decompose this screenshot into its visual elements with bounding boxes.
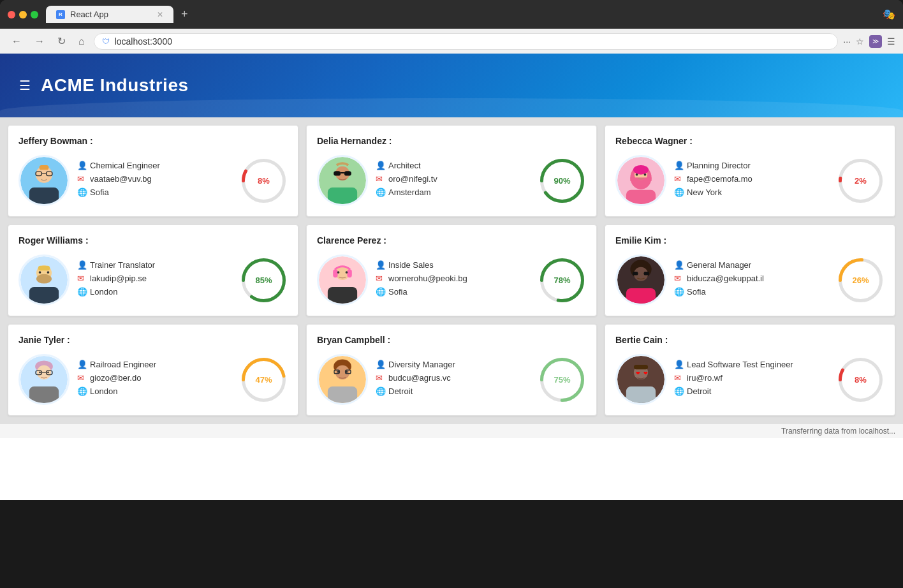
svg-point-21 [633,165,649,175]
address-bar[interactable]: 🛡 localhost:3000 [94,33,839,50]
city-text-delia-hernandez: Amsterdam [388,187,430,197]
tab-close-button[interactable]: ✕ [157,10,163,19]
email-icon: ✉ [77,274,86,283]
progress-label: 2% [855,176,867,186]
card-body-janie-tyler: 👤 Railroad Engineer ✉ giozo@ber.do 🌐 Lon… [18,354,288,405]
window-controls: 🎭 [883,8,895,20]
svg-point-31 [36,274,52,284]
app-header: ☰ ACME Industries [0,54,903,117]
city-row-rebecca-wagner: 🌐 New York [674,187,829,197]
email-text-bertie-cain: iru@ro.wf [687,373,723,383]
role-row-roger-williams: 👤 Trainer Translator [77,260,232,270]
extension-button[interactable]: ≫ [869,35,882,48]
svg-point-64 [47,372,49,374]
globe-icon: 🌐 [376,187,385,196]
email-text-janie-tyler: giozo@ber.do [90,373,141,383]
card-name-clarence-perez: Clarence Perez : [317,235,586,246]
globe-icon: 🌐 [674,287,683,296]
email-icon: ✉ [674,373,683,382]
person-icon: 👤 [376,161,385,170]
city-text-rebecca-wagner: New York [687,187,722,197]
city-text-janie-tyler: London [90,386,117,396]
hamburger-menu-icon[interactable]: ☰ [19,78,31,93]
avatar-bryan-campbell [317,354,368,405]
city-text-jeffery-bowman: Sofia [90,187,109,197]
progress-ring: 47% [240,356,288,404]
role-row-bertie-cain: 👤 Lead Software Test Engineer [674,360,829,369]
svg-rect-59 [29,386,59,403]
role-text-rebecca-wagner: Planning Director [687,161,751,170]
maximize-button[interactable] [31,11,38,18]
svg-rect-30 [29,287,59,304]
city-text-roger-williams: London [90,287,117,297]
forward-button[interactable]: → [31,33,48,50]
back-button[interactable]: ← [8,33,26,50]
card-body-roger-williams: 👤 Trainer Translator ✉ lakudip@pip.se 🌐 … [18,254,288,305]
extension-icon: 🎭 [883,8,895,20]
email-icon: ✉ [77,373,86,382]
card-janie-tyler: Janie Tyler : 👤 Railroad Engineer [8,324,298,416]
browser-toolbar: ← → ↻ ⌂ 🛡 localhost:3000 ··· ☆ ≫ ☰ [0,29,903,54]
role-row-janie-tyler: 👤 Railroad Engineer [77,360,232,369]
home-button[interactable]: ⌂ [75,33,89,50]
email-row-bertie-cain: ✉ iru@ro.wf [674,373,829,383]
svg-rect-23 [626,190,656,204]
city-row-clarence-perez: 🌐 Sofia [376,287,531,297]
tab-favicon: R [56,10,65,19]
minimize-button[interactable] [19,11,27,18]
person-icon: 👤 [376,360,385,369]
card-info-janie-tyler: 👤 Railroad Engineer ✉ giozo@ber.do 🌐 Lon… [77,360,232,400]
role-text-clarence-perez: Inside Sales [388,260,434,270]
more-options-icon[interactable]: ··· [843,36,851,47]
close-button[interactable] [8,11,15,18]
card-name-bertie-cain: Bertie Cain : [615,335,885,345]
progress-ring: 26% [837,256,885,304]
email-text-bryan-campbell: budcu@agrus.vc [388,373,451,383]
new-tab-button[interactable]: + [176,5,193,24]
card-bryan-campbell: Bryan Campbell : 👤 Diversity Manager ✉ [306,324,597,416]
svg-point-25 [644,173,647,176]
svg-rect-34 [38,266,50,270]
active-tab[interactable]: R React App ✕ [46,6,173,23]
globe-icon: 🌐 [376,386,385,395]
svg-point-43 [346,271,348,274]
role-row-emilie-kim: 👤 General Manager [674,260,829,270]
email-row-roger-williams: ✉ lakudip@pip.se [77,274,232,283]
card-info-rebecca-wagner: 👤 Planning Director ✉ fape@cemofa.mo 🌐 N… [674,161,829,201]
avatar-clarence-perez [317,254,368,305]
menu-icon[interactable]: ☰ [887,36,895,47]
avatar-jeffery-bowman [18,155,70,206]
city-row-jeffery-bowman: 🌐 Sofia [77,187,232,197]
card-name-roger-williams: Roger Williams : [18,235,288,246]
email-row-delia-hernandez: ✉ oro@nifegi.tv [376,174,531,184]
email-row-emilie-kim: ✉ biducza@gekuppat.il [674,274,829,283]
bookmark-icon[interactable]: ☆ [856,36,864,47]
card-info-bryan-campbell: 👤 Diversity Manager ✉ budcu@agrus.vc 🌐 D… [376,360,531,400]
avatar-bertie-cain: ❤ ❤ [615,354,666,405]
app-title: ACME Industries [41,75,189,96]
role-row-rebecca-wagner: 👤 Planning Director [674,161,829,170]
card-info-delia-hernandez: 👤 Architect ✉ oro@nifegi.tv 🌐 Amsterdam [376,161,531,201]
city-row-roger-williams: 🌐 London [77,287,232,297]
globe-icon: 🌐 [674,187,683,196]
progress-ring: 8% [240,157,288,205]
email-row-jeffery-bowman: ✉ vaataeb@vuv.bg [77,174,232,184]
svg-rect-7 [40,165,49,170]
role-row-delia-hernandez: 👤 Architect [376,161,531,170]
security-icon: 🛡 [102,37,110,46]
card-delia-hernandez: Delia Hernandez : 👤 Architect ✉ oro@ [306,125,597,217]
svg-rect-12 [328,187,357,204]
avatar-rebecca-wagner [615,155,666,206]
progress-label: 26% [852,276,869,285]
card-name-emilie-kim: Emilie Kim : [615,235,885,246]
city-row-janie-tyler: 🌐 London [77,386,232,396]
progress-ring: 85% [240,256,288,304]
email-text-roger-williams: lakudip@pip.se [90,274,147,283]
role-row-bryan-campbell: 👤 Diversity Manager [376,360,531,369]
card-body-bryan-campbell: 👤 Diversity Manager ✉ budcu@agrus.vc 🌐 D… [317,354,586,405]
avatar-janie-tyler [18,354,70,405]
city-row-delia-hernandez: 🌐 Amsterdam [376,187,531,197]
reload-button[interactable]: ↻ [54,33,70,50]
svg-point-32 [39,271,41,274]
card-bertie-cain: Bertie Cain : ❤ ❤ 👤 Lead Software Test E… [605,324,895,416]
